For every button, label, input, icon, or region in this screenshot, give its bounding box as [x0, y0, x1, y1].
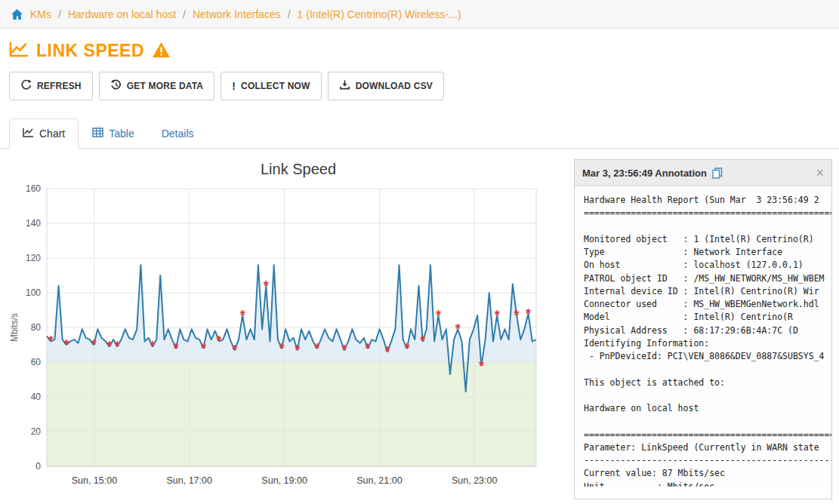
chart-tab-icon [23, 128, 34, 140]
svg-text:*: * [314, 341, 319, 356]
svg-text:*: * [436, 308, 441, 323]
svg-text:*: * [174, 341, 179, 356]
svg-text:Sun, 15:00: Sun, 15:00 [72, 475, 118, 486]
tab-table[interactable]: Table [79, 118, 147, 149]
svg-text:*: * [514, 308, 520, 323]
download-icon [339, 79, 350, 93]
svg-text:0: 0 [35, 461, 41, 472]
svg-text:Sun, 23:00: Sun, 23:00 [452, 475, 498, 486]
svg-text:*: * [115, 339, 120, 354]
svg-text:*: * [217, 333, 222, 349]
annotation-panel: Mar 3, 23:56:49 Annotation × Hardware He… [574, 159, 832, 499]
svg-text:*: * [341, 343, 347, 358]
breadcrumb-separator: / [183, 8, 186, 20]
svg-text:160: 160 [26, 183, 41, 194]
svg-text:*: * [384, 344, 390, 359]
annotation-body[interactable]: Hardware Health Report (Sun Mar 3 23:56:… [575, 186, 831, 487]
main-content: Link Speed 020406080100120140160Sun, 15:… [0, 149, 839, 499]
svg-text:*: * [420, 333, 425, 349]
breadcrumb-separator: / [58, 8, 61, 20]
download-csv-label: DOWNLOAD CSV [356, 81, 433, 91]
svg-text:*: * [91, 337, 97, 352]
svg-text:100: 100 [26, 287, 41, 298]
breadcrumb-item-network-interfaces[interactable]: Network Interfaces [193, 8, 281, 20]
svg-text:*: * [404, 341, 409, 356]
svg-text:*: * [48, 333, 54, 349]
get-more-data-label: GET MORE DATA [127, 81, 203, 91]
page-title: LINK SPEED [36, 41, 144, 61]
warning-icon[interactable] [152, 41, 171, 61]
tab-chart-label: Chart [39, 128, 65, 140]
svg-text:Sun, 19:00: Sun, 19:00 [261, 475, 307, 486]
svg-text:*: * [295, 343, 300, 358]
annotation-header: Mar 3, 23:56:49 Annotation × [575, 160, 831, 186]
svg-text:*: * [232, 343, 237, 358]
svg-text:120: 120 [26, 253, 41, 263]
svg-text:*: * [526, 306, 531, 321]
svg-text:*: * [479, 358, 484, 373]
copy-icon[interactable] [712, 167, 723, 179]
page: { "breadcrumb": { "separator": "/", "ite… [0, 0, 839, 504]
home-icon[interactable] [11, 8, 23, 20]
svg-text:20: 20 [31, 426, 42, 437]
svg-text:*: * [240, 308, 245, 323]
tab-chart[interactable]: Chart [9, 118, 79, 149]
svg-text:Sun, 17:00: Sun, 17:00 [166, 475, 212, 486]
get-more-data-button[interactable]: GET MORE DATA [99, 72, 214, 100]
svg-text:*: * [201, 341, 206, 356]
svg-text:140: 140 [26, 218, 41, 229]
svg-text:*: * [106, 339, 112, 354]
svg-text:*: * [63, 337, 69, 352]
breadcrumb: KMs / Hardware on local host / Network I… [0, 0, 839, 29]
history-icon [110, 79, 122, 93]
table-tab-icon [92, 128, 103, 140]
breadcrumb-item-hardware[interactable]: Hardware on local host [68, 8, 176, 20]
close-icon[interactable]: × [816, 166, 824, 180]
svg-text:*: * [495, 308, 500, 323]
refresh-label: REFRESH [37, 81, 82, 91]
svg-text:40: 40 [31, 392, 42, 402]
svg-text:*: * [366, 341, 371, 356]
collect-now-button[interactable]: ! COLLECT NOW [221, 72, 321, 100]
download-csv-button[interactable]: DOWNLOAD CSV [328, 72, 444, 100]
annotation-text: Hardware Health Report (Sun Mar 3 23:56:… [575, 186, 831, 487]
svg-text:Mbits/s: Mbits/s [9, 313, 20, 342]
svg-text:*: * [455, 321, 461, 337]
svg-text:Sun, 21:00: Sun, 21:00 [356, 475, 403, 486]
tab-details[interactable]: Details [148, 118, 208, 149]
refresh-button[interactable]: REFRESH [9, 72, 93, 100]
refresh-icon [20, 79, 32, 93]
breadcrumb-item-kms[interactable]: KMs [30, 8, 51, 20]
breadcrumb-item-device[interactable]: 1 (Intel(R) Centrino(R) Wireless-...) [298, 8, 461, 20]
breadcrumb-separator: / [288, 8, 291, 20]
tab-table-label: Table [109, 128, 134, 140]
exclamation-icon: ! [232, 80, 236, 92]
chart-title: Link Speed [8, 153, 566, 180]
svg-text:*: * [279, 341, 284, 356]
annotation-title: Mar 3, 23:56:49 Annotation [582, 167, 707, 179]
toolbar: REFRESH GET MORE DATA ! COLLECT NOW DOWN… [0, 69, 839, 108]
svg-text:80: 80 [31, 322, 42, 333]
tab-details-label: Details [162, 128, 194, 140]
svg-text:*: * [264, 278, 269, 293]
svg-text:*: * [150, 339, 155, 354]
chart-panel: Link Speed 020406080100120140160Sun, 15:… [8, 153, 566, 499]
svg-text:60: 60 [31, 357, 42, 367]
line-chart-icon [9, 41, 29, 61]
page-header: LINK SPEED [0, 29, 839, 69]
collect-now-label: COLLECT NOW [241, 81, 310, 91]
link-speed-chart[interactable]: 020406080100120140160Sun, 15:00Sun, 17:0… [8, 180, 566, 496]
tab-bar: Chart Table Details [0, 108, 839, 149]
